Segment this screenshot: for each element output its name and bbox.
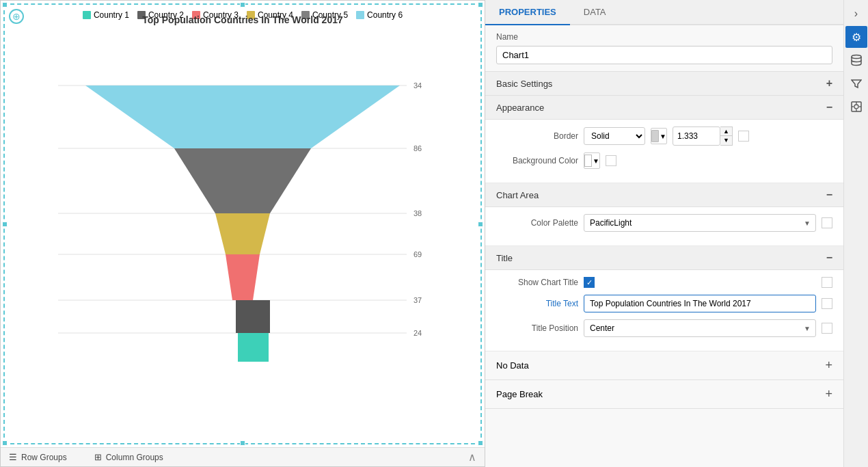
background-color-label: Background Color [496, 156, 578, 165]
show-chart-title-row: Show Chart Title ✓ [496, 277, 832, 288]
no-data-expand[interactable]: + [825, 358, 832, 373]
border-width-spinner: ▲ ▼ [673, 126, 733, 146]
title-position-select[interactable]: Center Left Right [584, 319, 816, 337]
svg-point-14 [854, 105, 858, 109]
svg-point-12 [852, 55, 861, 59]
title-position-row: Title Position Center Left Right [496, 319, 832, 337]
filter-icon [851, 78, 862, 89]
border-swatch-chevron: ▼ [660, 133, 666, 140]
chart-area-icon: − [826, 189, 832, 201]
row-groups-label: Row Groups [21, 453, 67, 462]
border-type-select[interactable]: Solid None Dashed Dotted [584, 127, 645, 145]
funnel-slice-6[interactable] [85, 85, 400, 148]
page-break-expand[interactable]: + [825, 387, 832, 401]
filter-btn[interactable] [845, 72, 867, 94]
name-input[interactable] [496, 46, 832, 64]
svg-text:86: 86 [413, 144, 422, 152]
border-row: Border Solid None Dashed Dotted ▼ ▲ ▼ [496, 126, 832, 146]
color-palette-row: Color Palette PacificLight Pacific Strea… [496, 214, 832, 232]
row-groups-icon: ☰ [9, 452, 17, 462]
title-header[interactable]: Title − [485, 246, 843, 270]
border-width-up[interactable]: ▲ [720, 127, 732, 136]
funnel-chart-container: 34 86 38 69 37 24 [5, 25, 480, 443]
funnel-slice-4[interactable] [215, 213, 270, 254]
title-text-row: Title Text [496, 295, 832, 312]
page-break-row: Page Break + [485, 380, 843, 409]
column-groups-label: Column Groups [106, 453, 163, 462]
appearance-icon: − [826, 101, 832, 114]
title-section-icon: − [826, 252, 832, 264]
funnel-slice-5[interactable] [174, 148, 311, 213]
bottom-bar: ☰ Row Groups ⊞ Column Groups ∧ [1, 447, 485, 466]
color-palette-select[interactable]: PacificLight Pacific Streamline [584, 214, 816, 232]
bg-color-checkbox[interactable] [606, 155, 616, 166]
svg-text:69: 69 [413, 250, 422, 258]
title-section-title: Title [496, 253, 513, 263]
no-data-row: No Data + [485, 351, 843, 380]
border-width-down[interactable]: ▼ [720, 136, 732, 145]
svg-text:24: 24 [413, 329, 422, 337]
title-text-input[interactable] [584, 295, 816, 312]
appearance-header[interactable]: Appearance − [485, 96, 843, 120]
svg-text:34: 34 [413, 81, 422, 90]
border-color-swatch[interactable]: ▼ [651, 128, 667, 144]
chart-title: Top Population Countries In The World 20… [142, 14, 343, 25]
database-btn[interactable] [845, 49, 867, 71]
appearance-title: Appearance [496, 103, 544, 113]
column-groups[interactable]: ⊞ Column Groups [94, 452, 163, 462]
database-icon [850, 54, 863, 66]
title-text-checkbox[interactable] [822, 298, 832, 309]
chevron-right-btn[interactable]: › [845, 3, 867, 25]
chart-canvas: ⊕ Top Population Countries In The World … [3, 3, 482, 444]
border-width-input[interactable] [673, 126, 720, 146]
tab-data[interactable]: DATA [570, 0, 620, 25]
tab-properties[interactable]: PROPERTIES [485, 0, 570, 25]
right-panel: PROPERTIES DATA Name Basic Settings + Ap… [485, 0, 843, 467]
funnel-slice-3[interactable] [226, 254, 260, 300]
title-body: Show Chart Title ✓ Title Text Title Posi… [485, 270, 843, 351]
bg-color-swatch[interactable]: ▼ [584, 152, 600, 169]
show-chart-title-checkbox[interactable]: ✓ [584, 277, 595, 288]
appearance-body: Border Solid None Dashed Dotted ▼ ▲ ▼ [485, 120, 843, 183]
row-groups[interactable]: ☰ Row Groups [9, 452, 67, 462]
border-checkbox[interactable] [738, 131, 749, 142]
bottom-bar-chevron[interactable]: ∧ [468, 451, 476, 464]
basic-settings-icon: + [826, 77, 832, 90]
name-label: Name [496, 32, 832, 42]
funnel-chart-svg: 34 86 38 69 37 24 [51, 32, 434, 367]
panel-content: Name Basic Settings + Appearance − Borde… [485, 25, 843, 467]
title-position-label: Title Position [496, 323, 578, 333]
border-color-preview [651, 130, 659, 142]
color-palette-checkbox[interactable] [822, 217, 832, 228]
chart-area-body: Color Palette PacificLight Pacific Strea… [485, 207, 843, 246]
icon-sidebar: › ⚙ [843, 0, 868, 467]
title-text-label: Title Text [496, 299, 578, 308]
background-color-row: Background Color ▼ [496, 152, 832, 169]
gear-btn[interactable]: ⚙ [845, 26, 867, 48]
chart-area-title: Chart Area [496, 190, 539, 200]
color-palette-label: Color Palette [496, 218, 578, 228]
no-data-label: No Data [496, 360, 529, 371]
show-chart-title-label: Show Chart Title [496, 278, 578, 287]
panel-tabs: PROPERTIES DATA [485, 0, 843, 25]
funnel-slice-1[interactable] [238, 333, 269, 362]
funnel-slice-2[interactable] [236, 300, 270, 333]
color-palette-select-wrap: PacificLight Pacific Streamline [584, 214, 816, 232]
page-break-label: Page Break [496, 389, 543, 399]
column-groups-icon: ⊞ [94, 452, 102, 462]
chart-area-header[interactable]: Chart Area − [485, 183, 843, 207]
basic-settings-header[interactable]: Basic Settings + [485, 72, 843, 96]
show-chart-title-override-checkbox[interactable] [822, 277, 832, 288]
chart-area: ⊕ Top Population Countries In The World … [0, 0, 485, 467]
basic-settings-title: Basic Settings [496, 79, 552, 89]
svg-text:37: 37 [413, 296, 422, 304]
image-settings-icon [850, 101, 863, 113]
bg-color-preview [584, 155, 592, 167]
title-position-select-wrap: Center Left Right [584, 319, 816, 337]
svg-text:38: 38 [413, 209, 422, 217]
title-position-checkbox[interactable] [822, 323, 832, 334]
image-settings-btn[interactable] [845, 96, 867, 118]
name-section: Name [485, 25, 843, 72]
border-label: Border [496, 131, 578, 141]
bg-swatch-chevron: ▼ [593, 157, 599, 165]
